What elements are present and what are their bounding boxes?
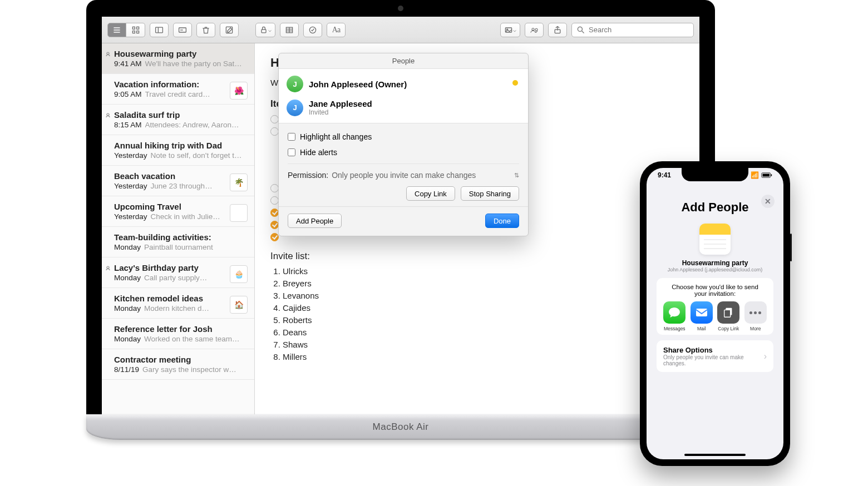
- lock-button[interactable]: ⌵: [255, 23, 275, 37]
- share-app-messages[interactable]: Messages: [661, 301, 688, 331]
- svg-rect-4: [156, 27, 163, 33]
- note-row[interactable]: Saladita surf trip8:15 AMAttendees: Andr…: [102, 105, 254, 135]
- sidebar-toggle-button[interactable]: [150, 23, 169, 37]
- person-row[interactable]: JJohn Appleseed (Owner): [279, 72, 528, 96]
- invitation-hint: Choose how you'd like to send your invit…: [661, 284, 769, 301]
- note-row[interactable]: Annual hiking trip with DadYesterdayNote…: [102, 135, 254, 166]
- note-title: Saladita surf trip: [114, 110, 243, 120]
- copy-icon: [717, 301, 739, 324]
- share-options-row[interactable]: Share Options Only people you invite can…: [657, 340, 773, 372]
- people-popover: People JJohn Appleseed (Owner)JJane Appl…: [278, 53, 529, 236]
- note-row[interactable]: Contractor meeting8/11/19Gary says the i…: [102, 349, 254, 380]
- notes-list: Housewarming party9:41 AMWe'll have the …: [102, 43, 255, 414]
- note-thumbnail: 🌺: [230, 82, 248, 100]
- share-options-title: Share Options: [663, 346, 764, 354]
- svg-point-17: [107, 113, 109, 116]
- note-title: Team-building activities:: [114, 232, 243, 242]
- invitee-item: Breyers: [283, 277, 684, 290]
- note-time: Monday: [114, 274, 141, 282]
- share-button[interactable]: [548, 23, 567, 37]
- app-label: Copy Link: [718, 326, 739, 331]
- highlight-changes-checkbox[interactable]: Highlight all changes: [288, 132, 519, 141]
- collaborate-button[interactable]: [525, 23, 544, 37]
- share-app-more[interactable]: More: [742, 301, 770, 331]
- svg-rect-22: [696, 309, 707, 316]
- note-snippet: Paintball tournament: [144, 243, 243, 251]
- note-snippet: Note to self, don't forget t…: [151, 151, 243, 160]
- invitee-item: Shaws: [283, 339, 684, 351]
- note-time: 8:15 AM: [114, 121, 142, 129]
- share-app-mail[interactable]: Mail: [688, 301, 716, 331]
- note-row[interactable]: 🧁Lacy's Birthday partyMondayCall party s…: [102, 257, 254, 288]
- svg-point-18: [107, 266, 109, 269]
- stop-sharing-button[interactable]: Stop Sharing: [461, 186, 519, 201]
- view-grid-button[interactable]: [126, 23, 145, 37]
- invitee-item: Cajides: [283, 302, 684, 314]
- svg-rect-24: [724, 310, 731, 317]
- svg-rect-1: [136, 27, 139, 29]
- note-row[interactable]: 🌴Beach vacationYesterdayJune 23 through…: [102, 166, 254, 196]
- add-people-button[interactable]: Add People: [288, 214, 342, 228]
- svg-rect-21: [771, 174, 772, 176]
- note-row[interactable]: 🏠Kitchen remodel ideasMondayModern kitch…: [102, 288, 254, 319]
- view-list-button[interactable]: [107, 23, 126, 37]
- note-title: Lacy's Birthday party: [114, 263, 243, 272]
- home-indicator[interactable]: [684, 454, 746, 456]
- note-title: Housewarming party: [114, 49, 243, 58]
- permission-row[interactable]: Permission: Only people you invite can m…: [288, 163, 519, 180]
- person-status: Invited: [309, 108, 372, 116]
- note-snippet: Modern kitchen d…: [144, 304, 243, 313]
- checklist-button[interactable]: [303, 23, 322, 37]
- app-label: Messages: [664, 326, 685, 331]
- copy-link-button[interactable]: Copy Link: [406, 186, 455, 201]
- compose-button[interactable]: [220, 23, 239, 37]
- person-row[interactable]: JJane AppleseedInvited: [279, 96, 528, 120]
- note-row[interactable]: Upcoming TravelYesterdayCheck in with Ju…: [102, 196, 254, 227]
- shared-note-name: Housewarming party: [657, 259, 773, 267]
- note-row[interactable]: Reference letter for JoshMondayWorked on…: [102, 319, 254, 349]
- media-button[interactable]: ⌵: [500, 23, 520, 37]
- hide-alerts-label: Hide alerts: [300, 148, 337, 157]
- search-input[interactable]: [589, 26, 689, 34]
- macbook-label: MacBook Air: [373, 421, 429, 433]
- shared-icon: [105, 51, 111, 57]
- permission-label: Permission:: [288, 171, 328, 180]
- sheet-title: Add People: [657, 200, 773, 215]
- close-button[interactable]: ✕: [761, 195, 775, 208]
- note-row[interactable]: Housewarming party9:41 AMWe'll have the …: [102, 43, 254, 74]
- share-apps-row: MessagesMailCopy LinkMore: [661, 301, 769, 331]
- mail-icon: [691, 301, 713, 324]
- done-button[interactable]: Done: [485, 214, 519, 228]
- invite-list: UlricksBreyersLevanonsCajidesRobertsDean…: [283, 265, 684, 363]
- note-time: Yesterday: [114, 151, 147, 160]
- toolbar: ⌵ Aa ⌵: [102, 17, 699, 43]
- svg-point-13: [535, 28, 537, 31]
- note-time: Monday: [114, 304, 141, 313]
- attachments-button[interactable]: [173, 23, 192, 37]
- format-button[interactable]: Aa: [327, 23, 346, 37]
- more-icon: [744, 301, 767, 324]
- svg-rect-2: [132, 31, 135, 33]
- table-button[interactable]: [280, 23, 299, 37]
- share-app-copy-link[interactable]: Copy Link: [715, 301, 742, 331]
- status-time: 9:41: [658, 171, 671, 179]
- shared-icon: [105, 112, 111, 118]
- delete-button[interactable]: [196, 23, 215, 37]
- note-time: 9:41 AM: [114, 59, 142, 68]
- note-row[interactable]: Team-building activities:MondayPaintball…: [102, 227, 254, 257]
- note-title: Annual hiking trip with Dad: [114, 141, 243, 150]
- hide-alerts-checkbox[interactable]: Hide alerts: [288, 148, 519, 157]
- note-time: Monday: [114, 335, 141, 343]
- share-sheet: ✕ Add People Housewarming party John App…: [651, 190, 779, 455]
- search-icon: [576, 26, 585, 34]
- svg-rect-20: [763, 174, 770, 177]
- iphone-frame: 9:41 📶 ✕ Add People Housewarming party J…: [640, 161, 790, 466]
- note-row[interactable]: 🌺Vacation information:9:05 AMTravel cred…: [102, 74, 254, 105]
- popover-title: People: [279, 53, 528, 68]
- search-field[interactable]: [571, 23, 694, 37]
- people-list: JJohn Appleseed (Owner)JJane AppleseedIn…: [279, 68, 528, 123]
- note-time: Monday: [114, 243, 141, 251]
- note-snippet: Attendees: Andrew, Aaron…: [145, 121, 243, 129]
- note-thumbnail: 🌴: [230, 173, 248, 191]
- note-time: 8/11/19: [114, 365, 139, 374]
